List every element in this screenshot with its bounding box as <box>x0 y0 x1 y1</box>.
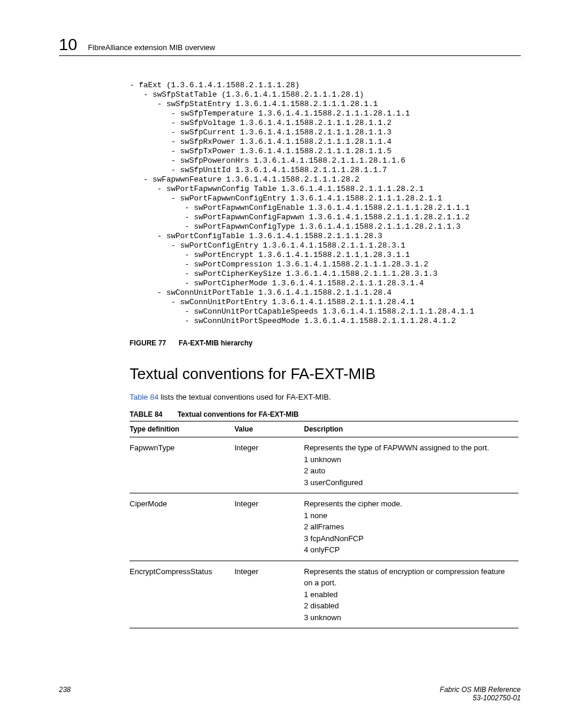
table-cell-value: Integer <box>234 493 304 561</box>
doc-number: 53-1002750-01 <box>440 694 521 702</box>
figure-title: FA-EXT-MIB hierarchy <box>178 339 252 347</box>
table-cell-description: Represents the type of FAPWWN assigned t… <box>304 437 518 493</box>
table-cell-description: Represents the cipher mode. 1 none 2 all… <box>304 493 518 561</box>
page-footer: 238 Fabric OS MIB Reference 53-1002750-0… <box>59 686 521 702</box>
chapter-number: 10 <box>59 35 77 54</box>
table-cell-type: EncryptCompressStatus <box>130 561 234 628</box>
table-crossref-link[interactable]: Table 84 <box>130 393 158 401</box>
table-cell-type: FapwwnType <box>130 437 234 493</box>
table-cell-description: Represents the status of encryption or c… <box>304 561 518 628</box>
table-cell-value: Integer <box>234 561 304 628</box>
table-header-description: Description <box>304 421 518 437</box>
body-rest: lists the textual conventions used for F… <box>158 393 331 401</box>
table-header-type: Type definition <box>130 421 234 437</box>
page-number: 238 <box>59 686 71 702</box>
table-caption: TABLE 84 Textual conventions for FA-EXT-… <box>130 410 521 419</box>
table-cell-value: Integer <box>234 437 304 493</box>
table-row: EncryptCompressStatusIntegerRepresents t… <box>130 561 518 628</box>
table-row: CiperModeIntegerRepresents the cipher mo… <box>130 493 518 561</box>
running-head: FibreAlliance extension MIB overview <box>88 43 215 52</box>
table-label: TABLE 84 <box>130 410 163 419</box>
table-cell-type: CiperMode <box>130 493 234 561</box>
doc-title: Fabric OS MIB Reference <box>440 686 521 694</box>
mib-hierarchy-code: - faExt (1.3.6.1.4.1.1588.2.1.1.1.28) - … <box>130 81 521 326</box>
page-header: 10 FibreAlliance extension MIB overview <box>59 35 521 56</box>
table-header-value: Value <box>234 421 304 437</box>
textual-conventions-table: Type definition Value Description Fapwwn… <box>130 421 518 628</box>
section-heading: Textual conventions for FA-EXT-MIB <box>130 365 521 383</box>
figure-caption: FIGURE 77 FA-EXT-MIB hierarchy <box>130 339 521 347</box>
figure-label: FIGURE 77 <box>130 339 166 347</box>
table-row: FapwwnTypeIntegerRepresents the type of … <box>130 437 518 493</box>
body-paragraph: Table 84 lists the textual conventions u… <box>130 393 521 403</box>
table-title: Textual conventions for FA-EXT-MIB <box>177 410 299 419</box>
